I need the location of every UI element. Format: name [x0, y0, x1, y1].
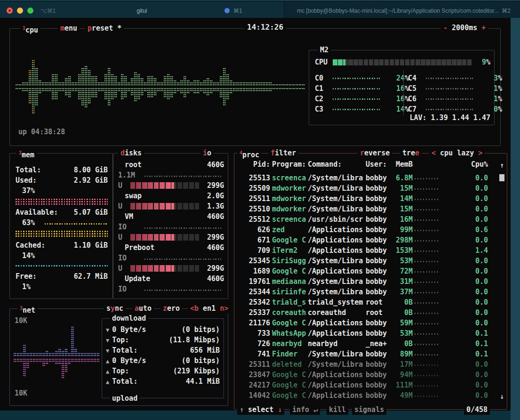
net-stat-up-row: ▲0 Byte/s(0 bitps)	[106, 355, 220, 366]
process-row[interactable]: 14042Google C/Applicationsbobby49M0.0	[234, 390, 507, 401]
process-cpu: 0.0	[440, 370, 488, 380]
process-row[interactable]: 733WhatsApp/Applicationsbobby53M0.1	[234, 328, 507, 339]
column-mem[interactable]: MemB	[391, 159, 413, 170]
process-cpu: 0.0	[440, 266, 488, 276]
process-row[interactable]: 626zed/Applicationsbobby99M0.6	[234, 225, 507, 235]
preset-button[interactable]: preset *	[85, 23, 124, 33]
process-pid: 25510	[238, 204, 270, 214]
process-mem: 99M	[391, 225, 413, 235]
mem-metric-value: 1.10 GiB	[74, 240, 108, 250]
rate-decrease-button[interactable]: -	[443, 24, 448, 32]
core-usage-dots	[426, 78, 473, 79]
process-command: /System/Libra	[308, 256, 364, 266]
core-usage-dots	[426, 88, 473, 89]
disk-usage-bar	[130, 265, 199, 272]
process-row[interactable]: 21176Google C/Applicationsbobby59M0.0	[234, 318, 507, 328]
disks-io-toggle[interactable]: io	[200, 148, 214, 158]
process-row[interactable]: 671Google C/Applicationsbobby298M0.0	[234, 235, 507, 245]
disk-name-row: VM460G	[118, 211, 224, 222]
column-pid[interactable]: Pid:	[238, 159, 270, 170]
process-row[interactable]: 1689Google C/Applicationsbobby72M0.0	[234, 266, 507, 276]
disk-io-label: IO	[118, 253, 127, 263]
process-row[interactable]: 24217Google C/Applicationsbobby111M0.0	[234, 380, 507, 390]
process-user: bobby	[366, 183, 389, 194]
process-row[interactable]: 25311deleted/System/Librabobby17M0.0	[234, 359, 507, 370]
kill-button[interactable]: kill	[327, 404, 348, 415]
scroll-down-icon[interactable]: ↓	[500, 391, 504, 402]
mem-pct-row: 14%	[16, 250, 108, 261]
process-cpu-dots	[415, 209, 438, 210]
menu-button[interactable]: menu	[58, 23, 80, 33]
process-program: Google C	[272, 235, 306, 245]
net-stat-value: 656 MiB	[190, 345, 220, 355]
disk-volume-name: Update	[125, 274, 150, 284]
process-row[interactable]: 741Finder/System/Librabobby89M0.1	[234, 349, 507, 359]
net-stat-value: (0 bitps)	[182, 324, 220, 335]
net-stat-value: 44.1 MiB	[186, 376, 220, 387]
cpu-total-row: CPU 9%	[309, 57, 494, 67]
process-cpu: 1.4	[440, 245, 488, 256]
process-cpu-dots	[415, 250, 438, 252]
zero-toggle[interactable]: zero	[160, 303, 182, 314]
network-history-graph	[14, 317, 99, 398]
rate-increase-button[interactable]: +	[481, 24, 486, 32]
process-row[interactable]: 23847Google C/Applicationsbobby94M0.0	[234, 370, 507, 380]
process-pid: 1689	[238, 266, 270, 276]
tab-gitui[interactable]: ⌥⌘1 gitui ⌘1	[0, 2, 284, 19]
process-row[interactable]: 25337coreauthcoreauthdroot0B0.0	[234, 307, 507, 318]
auto-toggle[interactable]: auto	[132, 303, 154, 314]
network-stats-box: download ▼0 Byte/s(0 bitps)▼Top:(11.8 Mi…	[102, 318, 224, 398]
tree-view-button[interactable]: tree	[400, 148, 422, 158]
column-user[interactable]: User:	[366, 159, 389, 170]
signals-button[interactable]: signals	[352, 404, 386, 415]
select-control[interactable]: ↑ select ↓	[237, 404, 284, 415]
disk-volume-name: VM	[125, 211, 133, 222]
process-cpu: 0.0	[440, 183, 488, 194]
cpu-history-graph	[16, 47, 307, 126]
process-cpu: 0.0	[440, 390, 488, 401]
disks-panel: disks io root460G1.1MU299Gswap2.0GU1.3GV…	[113, 153, 228, 299]
column-cpu[interactable]: Cpu%	[440, 159, 488, 170]
process-row[interactable]: 25342triald_striald_systemroot0B0.0	[234, 297, 507, 307]
interface-selector[interactable]: <b en1 n>	[188, 303, 231, 314]
process-user: bobby	[366, 235, 389, 245]
reverse-sort-button[interactable]: reverse	[358, 148, 392, 158]
process-cpu-dots	[415, 240, 438, 242]
process-row[interactable]: 25513screenca/System/Librabobby6.8M0.0	[234, 173, 507, 183]
tab-mc[interactable]: mc [bobby@Bobbys-Mac-mini.local]:~/Libra…	[285, 2, 520, 19]
disk-volume-size: 460G	[207, 160, 224, 170]
process-row[interactable]: 25512screenca/usr/sbin/scrbobby16M0.0	[234, 214, 507, 225]
process-cpu-dots	[415, 292, 438, 293]
filter-button[interactable]: filter	[268, 148, 298, 158]
column-program[interactable]: Program:	[272, 159, 306, 170]
info-button[interactable]: info ↵	[290, 404, 320, 415]
process-cpu: 0.0	[440, 318, 488, 328]
scroll-up-icon[interactable]: ↑	[500, 160, 504, 170]
mem-metric-percent: 14%	[16, 251, 35, 260]
process-table-header: Pid: Program: Command: User: MemB Cpu%	[234, 159, 507, 170]
net-stat-label: Total:	[112, 346, 137, 355]
process-row[interactable]: 25511mdworker/System/Librabobby14M0.0	[234, 194, 507, 204]
process-cpu: 0.0	[440, 359, 488, 370]
process-row[interactable]: 25344siriinfe/System/Librabobby37M0.0	[234, 287, 507, 297]
process-cpu-dots	[415, 219, 438, 221]
screen: ⌥⌘1 gitui ⌘1 mc [bobby@Bobbys-Mac-mini.l…	[0, 0, 520, 420]
process-user: bobby	[366, 194, 389, 204]
process-cpu-dots	[415, 354, 438, 355]
process-row[interactable]: 19761mediaana/System/Librabobby31M0.0	[234, 276, 507, 287]
process-command: /Applications	[308, 390, 364, 401]
process-row[interactable]: 726nearbydnearbyd_nea+0B0.1	[234, 339, 507, 349]
process-row[interactable]: 25510mdworker/System/Librabobby15M0.0	[234, 204, 507, 214]
sync-toggle[interactable]: sync	[104, 303, 126, 314]
mem-metric-value: 62.7 MiB	[74, 271, 108, 282]
process-cpu: 0.0	[440, 235, 488, 245]
scrollbar-thumb[interactable]	[499, 174, 504, 181]
process-cpu: 0.0	[440, 214, 488, 225]
process-row[interactable]: 25509mdworker/System/Librabobby15M0.0	[234, 183, 507, 194]
process-row[interactable]: 25345SiriSugg/System/Librabobby53M0.0	[234, 256, 507, 266]
column-command[interactable]: Command:	[308, 159, 364, 170]
process-row[interactable]: 709iTerm2/Applicationsbobby153M1.4	[234, 245, 507, 256]
disk-usage-bar	[130, 203, 199, 210]
sort-column-selector[interactable]: < cpu lazy >	[429, 148, 485, 158]
disks-panel-title[interactable]: disks	[118, 148, 144, 158]
